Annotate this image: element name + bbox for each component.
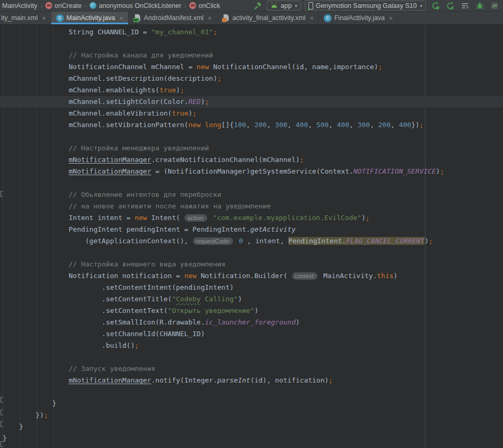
phone-icon [308,2,313,9]
code-line[interactable]: mChannel.setDescription(description); [0,73,503,84]
apply-code-changes-icon[interactable]: A [444,0,456,11]
code-line[interactable]: mChannel.enableVibration(true); [0,108,503,119]
code-line[interactable]: // Настройка внешнего вида уведомления [0,259,503,270]
code-line[interactable]: mChannel.setLightColor(Color.RED); [0,96,503,108]
tab-bar: ity_main.xml×CMainActivity.java×MFAndroi… [0,12,503,25]
close-icon[interactable]: × [309,14,314,22]
code-line[interactable]: Notification notification = new Notifica… [0,270,503,282]
code-line[interactable]: } [0,433,503,444]
code-line[interactable]: .setContentIntent(pendingIntent) [0,282,503,293]
debug-icon[interactable] [474,0,485,11]
code-line[interactable]: mNotificationManager.notify(Integer.pars… [0,375,503,386]
code-line[interactable]: .setSmallIcon(R.drawable.ic_launcher_for… [0,317,503,328]
sync-lines-icon[interactable] [459,0,470,11]
parameter-hint: context: [292,272,318,280]
close-icon[interactable]: × [42,14,46,22]
rerun-icon[interactable] [430,0,441,11]
code-line[interactable] [0,386,503,398]
tab-ity_main.xml[interactable]: ity_main.xml× [0,12,51,24]
method-icon: m [45,2,52,9]
code-line[interactable]: .setContentText("Открыть уведомление") [0,305,503,317]
breadcrumb-item-onclick[interactable]: monClick [189,2,220,9]
tab-AndroidManifest.xml[interactable]: MFAndroidManifest.xml× [129,12,217,24]
navigation-bar: MainActivity›monCreate›anonymous OnClick… [0,0,503,12]
chevron-down-icon: ▾ [295,3,297,8]
fold-marker[interactable] [1,409,3,415]
code-line[interactable]: Intent intent = new Intent( action: "com… [0,212,503,224]
tab-label: AndroidManifest.xml [144,14,204,22]
code-line[interactable]: .build(); [0,340,503,351]
code-line[interactable]: mChannel.setVibrationPattern(new long[]{… [0,119,503,131]
parameter-hint: requestCode: [193,237,233,245]
tab-FinalActtivity.java[interactable]: CFinalActtivity.java× [319,12,398,24]
build-hammer-icon[interactable] [252,0,263,11]
method-icon: m [189,2,196,9]
breadcrumb-item-mainactivity[interactable]: MainActivity [2,2,37,9]
code-line[interactable]: // Запуск уведомления [0,363,503,375]
breadcrumb-separator: › [41,3,43,9]
breadcrumb-label: onClick [198,2,220,9]
fold-marker[interactable] [1,421,3,427]
device-selector[interactable]: Genymotion Samsung Galaxy S10 ▾ [305,1,426,11]
code-line[interactable]: String CHANNEL_ID = "my_channel_01"; [0,26,503,38]
code-line[interactable]: PendingIntent pendingIntent = PendingInt… [0,224,503,235]
breadcrumb-label: onCreate [54,2,81,9]
breadcrumb-separator: › [85,3,87,9]
code-line[interactable] [0,177,503,189]
code-line[interactable]: NotificationChannel mChannel = new Notif… [0,61,503,73]
code-line[interactable]: // Обьявление интентов для переброски [0,189,503,201]
code-line[interactable] [0,351,503,363]
run-config-label: app [280,2,292,9]
code-line[interactable]: } [0,421,503,433]
tab-label: MainActivity.java [66,14,115,22]
android-head-icon [270,2,278,9]
tab-MainActivity.java[interactable]: CMainActivity.java× [51,12,129,24]
code-line[interactable]: } [0,398,503,409]
toolbar-right: app ▾ Genymotion Samsung Galaxy S10 ▾ [252,0,500,11]
tab-activity_final_acttivity.xml[interactable]: activity_final_acttivity.xml× [217,12,319,24]
code-line[interactable]: // Настройка канала для уведомлений [0,50,503,61]
code-line[interactable] [0,247,503,259]
breadcrumb: MainActivity›monCreate›anonymous OnClick… [2,2,220,9]
fold-marker[interactable] [1,191,3,197]
code-area: String CHANNEL_ID = "my_channel_01"; // … [0,25,503,444]
fold-marker[interactable] [1,397,3,403]
code-line[interactable] [0,38,503,50]
highlighted-identifier: FLAG_CANCEL_CURRENT [346,237,424,245]
fold-marker[interactable] [1,441,3,447]
parameter-hint: action: [185,214,207,222]
java-class-icon: C [56,14,64,22]
code-line[interactable]: .setChannelId(CHANNEL_ID) [0,328,503,340]
code-line[interactable]: // Настройка менеджера уведомлений [0,142,503,154]
chevron-down-icon: ▾ [420,3,422,8]
code-line[interactable]: mNotificationManager.createNotificationC… [0,154,503,166]
anonymous-class-icon [90,2,96,9]
manifest-file-icon: MF [133,14,141,22]
close-icon[interactable]: × [389,14,393,22]
tab-label: FinalActtivity.java [334,14,385,22]
close-icon[interactable]: × [208,14,212,22]
highlighted-identifier: PendingIntent. [288,237,346,245]
breadcrumb-label: MainActivity [2,2,37,9]
layout-xml-icon [222,14,230,22]
breadcrumb-separator: › [185,3,187,9]
tab-label: activity_final_acttivity.xml [233,14,306,22]
code-editor[interactable]: String CHANNEL_ID = "my_channel_01"; // … [0,25,503,448]
run-config-selector[interactable]: app ▾ [267,1,301,11]
file-badge: MF [133,18,139,22]
breadcrumb-item-oncreate[interactable]: monCreate [45,2,81,9]
profiler-icon[interactable] [489,0,500,11]
breadcrumb-item-anonymous-onclicklistener[interactable]: anonymous OnClickListener [90,2,181,9]
code-line[interactable]: }); [0,409,503,421]
svg-text:A: A [450,5,453,10]
tab-label: ity_main.xml [1,14,37,22]
code-line[interactable] [0,131,503,142]
code-line[interactable]: // на новое активити после нажатия на ув… [0,201,503,212]
code-line[interactable]: .setContentTitle("Codeby Calling") [0,293,503,305]
java-class-icon: C [324,14,332,22]
close-icon[interactable]: × [119,14,123,22]
device-selector-label: Genymotion Samsung Galaxy S10 [316,2,417,9]
code-line[interactable]: (getApplicationContext(), requestCode: 0… [0,235,503,247]
code-line[interactable]: mNotificationManager = (NotificationMana… [0,166,503,177]
code-line[interactable]: mChannel.enableLights(true); [0,84,503,96]
